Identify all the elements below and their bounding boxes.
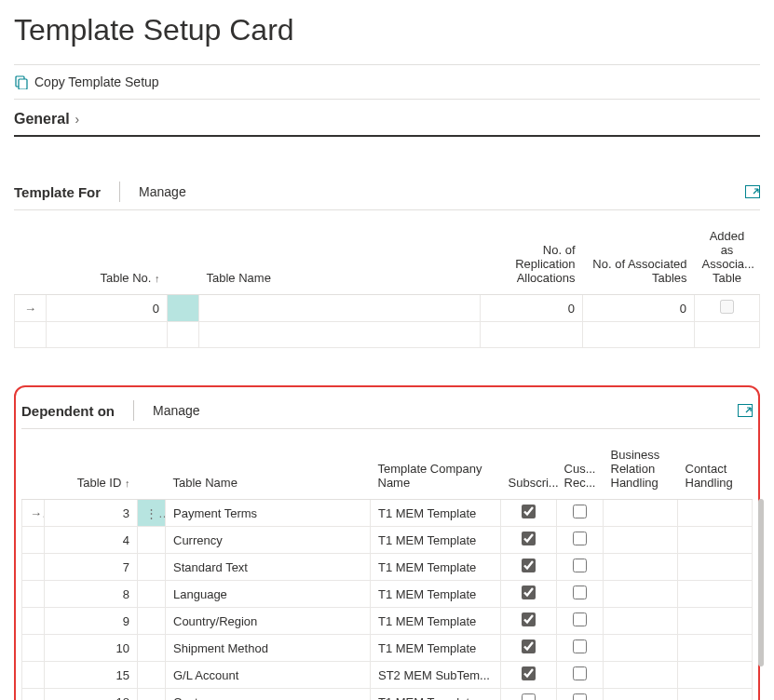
general-section-header[interactable]: General ›: [14, 100, 760, 137]
col-subscribe[interactable]: Subscri...: [501, 442, 557, 500]
subscribe-checkbox[interactable]: [522, 693, 536, 700]
col-replications[interactable]: No. of Replication Allocations: [481, 223, 583, 295]
cus-rec-checkbox[interactable]: [573, 639, 587, 653]
cell-contact[interactable]: [678, 689, 753, 701]
cell-subscribe[interactable]: [501, 689, 557, 701]
col-table-id[interactable]: Table ID ↑: [45, 442, 138, 500]
col-table-name[interactable]: Table Name: [166, 442, 371, 500]
cell-company[interactable]: T1 MEM Template: [371, 554, 501, 581]
row-selector-icon[interactable]: [22, 527, 45, 554]
col-cus-rec[interactable]: Cus... Rec...: [557, 442, 604, 500]
cell-table-id[interactable]: 3: [45, 500, 138, 527]
col-bus-rel[interactable]: Business Relation Handling: [604, 442, 678, 500]
cell-bus-rel[interactable]: [604, 581, 678, 608]
manage-button[interactable]: Manage: [139, 184, 186, 199]
row-selector-icon[interactable]: [22, 689, 45, 701]
cell-contact[interactable]: [678, 527, 753, 554]
cell-gap[interactable]: [138, 689, 166, 701]
cell-cus-rec[interactable]: [557, 554, 604, 581]
cus-rec-checkbox[interactable]: [573, 505, 587, 518]
cell-subscribe[interactable]: [501, 527, 557, 554]
cell-subscribe[interactable]: [501, 635, 557, 662]
cell-cus-rec[interactable]: [557, 500, 604, 527]
row-selector-icon[interactable]: →: [22, 500, 45, 527]
cell-subscribe[interactable]: [501, 581, 557, 608]
cell-company[interactable]: T1 MEM Template: [371, 689, 501, 701]
cell-subscribe[interactable]: [501, 500, 557, 527]
cell-gap[interactable]: [138, 527, 166, 554]
table-row[interactable]: 8LanguageT1 MEM Template: [22, 581, 753, 608]
table-row[interactable]: 9Country/RegionT1 MEM Template: [22, 608, 753, 635]
table-row[interactable]: 18CustomerT1 MEM Template: [22, 689, 753, 701]
row-selector-icon[interactable]: [22, 581, 45, 608]
table-row[interactable]: 4CurrencyT1 MEM Template: [22, 527, 753, 554]
cus-rec-checkbox[interactable]: [573, 532, 587, 545]
cell-table-id[interactable]: 7: [45, 554, 138, 581]
cell-gap[interactable]: [138, 608, 166, 635]
cell-table-id[interactable]: 9: [45, 608, 138, 635]
manage-button[interactable]: Manage: [153, 403, 200, 418]
cell-bus-rel[interactable]: [604, 527, 678, 554]
cell-gap[interactable]: [138, 635, 166, 662]
table-row[interactable]: →000: [15, 295, 760, 322]
cell-bus-rel[interactable]: [604, 635, 678, 662]
cus-rec-checkbox[interactable]: [573, 666, 587, 680]
cell-subscribe[interactable]: [501, 608, 557, 635]
subscribe-checkbox[interactable]: [522, 532, 536, 545]
row-selector-icon[interactable]: [22, 554, 45, 581]
cus-rec-checkbox[interactable]: [573, 612, 587, 626]
row-selector-icon[interactable]: →: [15, 295, 47, 322]
subscribe-checkbox[interactable]: [522, 612, 536, 626]
cell-cus-rec[interactable]: [557, 662, 604, 689]
cell-contact[interactable]: [678, 581, 753, 608]
cell-subscribe[interactable]: [501, 662, 557, 689]
cell-cus-rec[interactable]: [557, 608, 604, 635]
cell-gap[interactable]: [138, 662, 166, 689]
cus-rec-checkbox[interactable]: [573, 693, 587, 700]
subscribe-checkbox[interactable]: [522, 559, 536, 572]
cell-table-name[interactable]: [199, 295, 481, 322]
cell-table-name[interactable]: Payment Terms: [166, 500, 371, 527]
table-row[interactable]: [15, 322, 760, 348]
cell-cus-rec[interactable]: [557, 581, 604, 608]
row-selector-icon[interactable]: [22, 662, 45, 689]
col-added-as[interactable]: Added as Associa... Table: [695, 223, 760, 295]
cell-company[interactable]: T1 MEM Template: [371, 608, 501, 635]
cell-cus-rec[interactable]: [557, 527, 604, 554]
cell-associated[interactable]: 0: [583, 295, 695, 322]
cell-table-name[interactable]: Country/Region: [166, 608, 371, 635]
subscribe-checkbox[interactable]: [522, 666, 536, 680]
cell-bus-rel[interactable]: [604, 689, 678, 701]
cell-cus-rec[interactable]: [557, 689, 604, 701]
table-row[interactable]: 7Standard TextT1 MEM Template: [22, 554, 753, 581]
cus-rec-checkbox[interactable]: [573, 559, 587, 572]
cell-table-name[interactable]: Standard Text: [166, 554, 371, 581]
cell-table-name[interactable]: Shipment Method: [166, 635, 371, 662]
cell-contact[interactable]: [678, 500, 753, 527]
cell-gap[interactable]: [168, 295, 199, 322]
cell-company[interactable]: T1 MEM Template: [371, 527, 501, 554]
cell-table-id[interactable]: 18: [45, 689, 138, 701]
cell-bus-rel[interactable]: [604, 662, 678, 689]
expand-icon[interactable]: [738, 404, 753, 417]
col-table-name[interactable]: Table Name: [199, 223, 481, 295]
table-row[interactable]: 10Shipment MethodT1 MEM Template: [22, 635, 753, 662]
cell-company[interactable]: T1 MEM Template: [371, 500, 501, 527]
cell-table-id[interactable]: 4: [45, 527, 138, 554]
subscribe-checkbox[interactable]: [522, 586, 536, 599]
cell-table-id[interactable]: 10: [45, 635, 138, 662]
cell-table-no[interactable]: 0: [47, 295, 168, 322]
cell-table-id[interactable]: 8: [45, 581, 138, 608]
cell-contact[interactable]: [678, 635, 753, 662]
cell-company[interactable]: T1 MEM Template: [371, 635, 501, 662]
cell-company[interactable]: ST2 MEM SubTem...: [371, 662, 501, 689]
cell-added-as[interactable]: [695, 295, 760, 322]
col-company[interactable]: Template Company Name: [371, 442, 501, 500]
cell-cus-rec[interactable]: [557, 635, 604, 662]
cell-replications[interactable]: 0: [481, 295, 583, 322]
cell-company[interactable]: T1 MEM Template: [371, 581, 501, 608]
cell-contact[interactable]: [678, 608, 753, 635]
row-menu-icon[interactable]: ⋮: [138, 500, 166, 527]
row-selector-icon[interactable]: [22, 608, 45, 635]
cell-table-name[interactable]: Currency: [166, 527, 371, 554]
